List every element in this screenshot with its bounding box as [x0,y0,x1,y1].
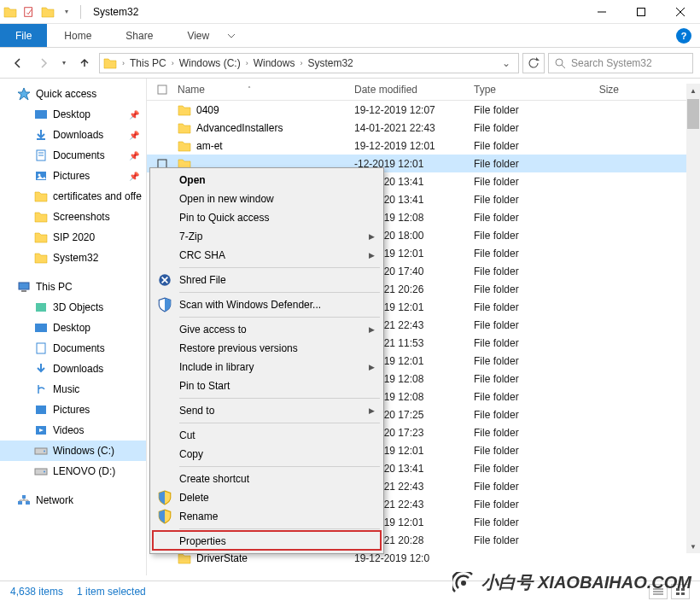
sidebar-network[interactable]: Network [0,490,146,511]
quick-access-toolbar: ▾ [0,5,86,19]
menu-item-shred-file[interactable]: Shred File [152,271,382,289]
breadcrumb-this-pc[interactable]: This PC [126,57,170,69]
address-bar[interactable]: › This PC › Windows (C:) › Windows › Sys… [99,53,519,73]
recent-dropdown-icon[interactable]: ▾ [58,52,70,74]
sidebar-quick-item[interactable]: Pictures📌 [0,166,146,186]
breadcrumb-windows[interactable]: Windows [250,57,299,69]
address-dropdown-icon[interactable]: ⌄ [499,57,513,69]
sidebar-quick-item[interactable]: certificates and offe [0,186,146,207]
svg-rect-28 [158,85,166,94]
menu-item-crc-sha[interactable]: CRC SHA▶ [152,246,382,265]
menu-item-pin-to-start[interactable]: Pin to Start [152,376,382,395]
menu-item-restore-previous-versions[interactable]: Restore previous versions [152,339,382,358]
ribbon-expand-icon[interactable] [226,31,236,41]
sidebar-pc-item[interactable]: 3D Objects [0,297,146,318]
sidebar-item-icon [34,300,48,314]
menu-item-create-shortcut[interactable]: Create shortcut [152,470,382,488]
minimize-button[interactable] [582,0,621,24]
menu-item-rename[interactable]: Rename [152,507,382,526]
breadcrumb-system32[interactable]: System32 [304,57,356,69]
context-menu: OpenOpen in new windowPin to Quick acces… [149,167,384,554]
sidebar-pc-item[interactable]: Videos [0,420,146,441]
maximize-button[interactable] [621,0,661,24]
menu-separator [179,466,380,467]
back-button[interactable] [7,52,29,74]
menu-item-cut[interactable]: Cut [152,426,382,445]
file-row[interactable]: am-et 19-12-2019 12:01 File folder [147,137,700,155]
menu-item-scan-with-windows-defender-[interactable]: Scan with Windows Defender... [152,295,382,314]
refresh-button[interactable] [522,53,545,73]
menu-separator [179,267,380,268]
help-icon[interactable]: ? [676,28,691,44]
qat-dropdown-icon[interactable]: ▾ [60,5,73,19]
sidebar-quick-item[interactable]: Screenshots [0,207,146,227]
menu-item-pin-to-quick-access[interactable]: Pin to Quick access [152,208,382,227]
menu-item-give-access-to[interactable]: Give access to▶ [152,320,382,339]
menu-item-properties[interactable]: Properties [152,532,382,551]
submenu-arrow-icon: ▶ [369,363,375,371]
sidebar-pc-item[interactable]: Desktop [0,318,146,338]
qat-properties-icon[interactable] [22,5,36,19]
pin-icon: 📌 [129,172,139,181]
select-all-checkbox[interactable] [157,85,167,95]
sidebar-pc-item[interactable]: Windows (C:) [0,441,146,461]
file-row[interactable]: 0409 19-12-2019 12:07 File folder [147,101,700,119]
menu-item-open[interactable]: Open [152,171,382,190]
watermark: 小白号 XIAOBAIHAO.COM [452,571,691,594]
up-button[interactable] [73,52,96,74]
sidebar-item-icon [34,321,48,335]
share-tab[interactable]: Share [108,24,170,47]
forward-button[interactable] [32,52,55,74]
close-button[interactable] [661,0,700,24]
star-icon [17,87,31,101]
submenu-arrow-icon: ▶ [369,232,375,241]
column-date[interactable]: Date modified [354,84,474,96]
sidebar-item-icon [34,403,48,417]
breadcrumb-sep-icon[interactable]: › [246,59,248,67]
column-headers: Name˄ Date modified Type Size [147,79,700,101]
sidebar-pc-item[interactable]: LENOVO (D:) [0,461,146,481]
sidebar-item-icon [34,382,48,396]
sidebar-quick-item[interactable]: System32 [0,248,146,268]
folder-icon [178,103,191,117]
search-input[interactable]: Search System32 [548,53,693,73]
sidebar-this-pc[interactable]: This PC [0,277,146,297]
column-type[interactable]: Type [474,84,568,96]
sidebar-quick-item[interactable]: SIP 2020 [0,227,146,248]
sidebar-pc-item[interactable]: Music [0,379,146,400]
scrollbar-thumb[interactable] [687,99,699,129]
sidebar-item-icon [34,169,48,183]
menu-item-send-to[interactable]: Send to▶ [152,401,382,420]
submenu-arrow-icon: ▶ [369,406,375,415]
sidebar-item-icon [34,444,48,458]
home-tab[interactable]: Home [47,24,108,47]
menu-item-include-in-library[interactable]: Include in library▶ [152,358,382,376]
breadcrumb-sep-icon[interactable]: › [172,59,174,67]
column-size[interactable]: Size [568,84,619,96]
sidebar-pc-item[interactable]: Downloads [0,359,146,379]
sort-ascending-icon: ˄ [248,85,251,93]
sidebar-quick-item[interactable]: Desktop📌 [0,104,146,125]
sidebar-quick-access[interactable]: Quick access [0,84,146,104]
file-row[interactable]: AdvancedInstallers 14-01-2021 22:43 File… [147,119,700,137]
qat-new-folder-icon[interactable] [41,5,55,19]
breadcrumb-drive[interactable]: Windows (C:) [176,57,244,69]
menu-item-open-in-new-window[interactable]: Open in new window [152,190,382,208]
sidebar-item-icon [34,149,48,162]
menu-item--zip[interactable]: 7-Zip▶ [152,227,382,246]
file-tab[interactable]: File [0,24,47,47]
column-name[interactable]: Name˄ [178,84,354,96]
view-tab[interactable]: View [170,24,226,47]
sidebar-quick-item[interactable]: Documents📌 [0,145,146,166]
sidebar-pc-item[interactable]: Pictures [0,400,146,420]
menu-item-copy[interactable]: Copy [152,445,382,464]
breadcrumb-sep-icon[interactable]: › [300,59,302,67]
scroll-down-icon[interactable]: ▼ [686,540,700,553]
sidebar-quick-item[interactable]: Downloads📌 [0,125,146,145]
scroll-up-icon[interactable]: ▲ [686,84,700,97]
menu-item-delete[interactable]: Delete [152,488,382,507]
vertical-scrollbar[interactable]: ▲ ▼ [686,84,700,553]
sidebar-pc-item[interactable]: Documents [0,338,146,359]
folder-icon [178,139,191,153]
breadcrumb-sep-icon[interactable]: › [122,59,125,67]
